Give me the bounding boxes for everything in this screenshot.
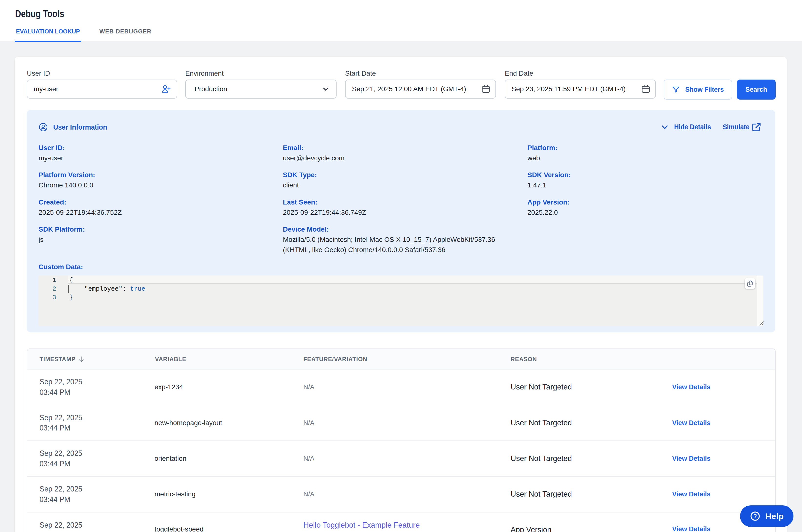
svg-text:?: ? [753, 513, 757, 519]
